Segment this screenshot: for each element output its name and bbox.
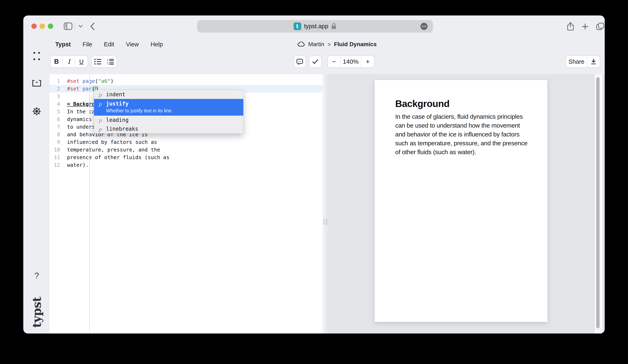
address-bar[interactable]: t typst.app [197,20,433,33]
svg-text:2: 2 [107,62,108,65]
cloud-icon [298,42,305,47]
bold-button[interactable]: B [51,56,63,68]
settings-gear-icon[interactable] [32,106,42,116]
url-text: typst.app [304,23,328,30]
rendered-page: Background In the case of glaciers, flui… [375,80,548,322]
line-number: 2 [50,86,60,92]
comments-group [293,56,306,68]
zoom-in-button[interactable]: + [361,56,374,68]
text-format-group: B I U [50,56,88,68]
zoom-control-group: − 140% + [327,56,375,68]
line-number: 3 [50,94,60,99]
autocomplete-dropdown: p indent p justify Whether to justify te… [94,90,243,134]
param-marker: p [98,117,106,123]
breadcrumb: Martin > Fluid Dynamics [298,41,377,48]
line-number: 9 [50,139,60,145]
gutter-divider [89,74,90,334]
new-tab-icon[interactable] [582,23,589,31]
underline-button[interactable]: U [75,56,88,68]
page-options-icon[interactable] [420,23,428,30]
line-number: 11 [50,154,60,160]
sidebar-toggle-icon[interactable] [64,22,72,31]
line-number: 4 [50,101,60,107]
numbered-list-icon: 1 2 [107,58,114,65]
download-icon [591,59,596,65]
svg-text:1: 1 [107,58,108,61]
line-number: 1 [50,78,60,84]
download-button[interactable] [587,56,600,68]
italic-button[interactable]: I [63,56,75,68]
preview-scrollbar-thumb[interactable] [596,77,600,328]
code-line[interactable]: 1#set page("a6") [50,77,322,85]
drag-dots-icon [323,219,327,224]
autocomplete-item-linebreaks[interactable]: p linebreaks [94,125,243,133]
line-number: 5 [50,109,60,115]
code-line[interactable]: 10temperature, pressure, and the [50,146,322,153]
breadcrumb-workspace[interactable]: Martin [308,41,324,48]
zoom-out-button[interactable]: − [328,56,341,68]
app-menubar: Typst File Edit View Help [55,41,163,48]
line-number: 12 [50,162,60,168]
autocomplete-description: Whether to justify text in its line. [106,108,172,114]
chevron-down-icon[interactable] [78,24,83,29]
desktop-background: t typst.app [0,0,628,364]
help-button[interactable]: ? [32,270,42,281]
preview-scrollbar-track[interactable] [595,74,602,334]
minimize-window-button[interactable] [40,23,45,29]
menu-edit[interactable]: Edit [104,41,114,48]
apps-grid-icon[interactable] [32,51,42,61]
comment-icon [297,59,303,65]
autocomplete-item-leading[interactable]: p leading [94,116,243,125]
files-tray-icon[interactable] [32,78,42,89]
lock-icon [331,23,336,30]
param-marker: p [98,101,106,107]
autocomplete-item-indent[interactable]: p indent [94,90,243,99]
compile-success-button[interactable] [309,56,321,68]
autocomplete-item-justify[interactable]: p justify Whether to justify text in its… [94,99,243,116]
menu-file[interactable]: File [82,41,92,48]
checkmark-icon [312,59,318,64]
code-line[interactable]: 12water). [50,161,322,169]
list-format-group: 1 2 [91,56,117,68]
preview-pane[interactable]: Background In the case of glaciers, flui… [328,74,605,334]
chrome-divider [75,22,75,30]
menu-typst[interactable]: Typst [55,41,71,48]
param-marker: p [98,91,106,98]
browser-window: t typst.app [23,15,605,334]
line-number: 8 [50,132,60,138]
menu-help[interactable]: Help [151,41,163,48]
bullet-list-icon [94,59,101,65]
site-favicon: t [294,22,301,30]
share-group: Share [565,56,600,68]
param-marker: p [98,126,106,132]
preview-heading: Background [395,98,528,109]
share-button[interactable]: Share [566,56,587,68]
line-number: 6 [50,116,60,122]
pane-resize-handle[interactable] [322,74,328,334]
code-line[interactable]: 9influenced by factors such as [50,138,322,146]
numbered-list-button[interactable]: 1 2 [104,56,116,68]
zoom-level[interactable]: 140% [341,56,361,68]
preview-body: In the case of glaciers, fluid dynamics … [395,112,528,156]
bullet-list-button[interactable] [92,56,104,68]
back-icon[interactable] [90,22,95,31]
code-line[interactable]: 11presence of other fluids (such as [50,153,322,161]
breadcrumb-separator: > [328,41,331,48]
zoom-window-button[interactable] [48,23,53,29]
page-title: Fluid Dynamics [334,41,377,48]
compile-status-group [309,56,322,68]
tab-overview-icon[interactable] [596,22,604,31]
typst-logo: typst [26,290,48,334]
close-window-button[interactable] [31,23,37,29]
share-page-icon[interactable] [567,22,574,32]
line-number: 10 [50,147,60,153]
menu-view[interactable]: View [126,41,139,48]
comment-button[interactable] [294,56,306,68]
line-number: 7 [50,124,60,130]
